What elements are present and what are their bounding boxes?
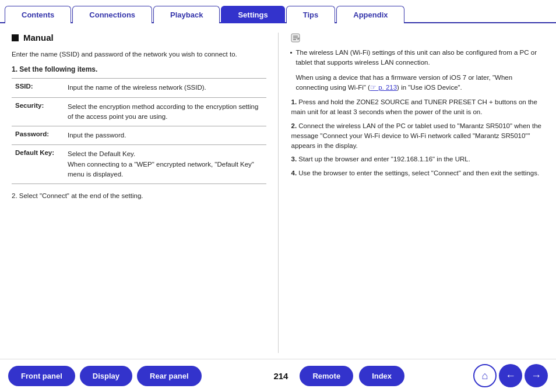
page-number: 214: [273, 371, 288, 381]
main-content: Manual Enter the name (SSID) and passwor…: [0, 23, 556, 359]
table-row: Security: Select the encryption method a…: [12, 97, 266, 126]
right-step-4-text: Use the browser to enter the settings, s…: [298, 169, 539, 176]
section-title: Manual: [12, 33, 266, 43]
home-icon: ⌂: [482, 370, 488, 382]
tab-playback[interactable]: Playback: [153, 6, 220, 23]
forward-icon: →: [531, 370, 541, 382]
tab-appendix[interactable]: Appendix: [336, 6, 404, 23]
remote-button[interactable]: Remote: [300, 366, 353, 386]
back-button[interactable]: ←: [499, 364, 522, 387]
right-sub-text: When using a device that has a firmware …: [290, 73, 545, 93]
intro-text: Enter the name (SSID) and password of th…: [12, 50, 266, 59]
table-key-ssid: SSID:: [12, 79, 64, 97]
tab-settings[interactable]: Settings: [221, 6, 284, 23]
right-column: The wireless LAN (Wi-Fi) settings of thi…: [279, 33, 545, 353]
black-square-icon: [12, 34, 19, 41]
bottom-center: 214 Remote Index: [268, 366, 404, 386]
front-panel-button[interactable]: Front panel: [8, 366, 75, 386]
bottom-bar: Front panel Display Rear panel 214 Remot…: [0, 359, 556, 392]
bottom-right-btns: ⌂ ← →: [471, 364, 548, 387]
defaultkey-line1: Select the Default Key.: [68, 150, 135, 157]
bottom-left-btns: Front panel Display Rear panel: [8, 366, 202, 386]
right-step-4: 4. Use the browser to enter the settings…: [290, 168, 545, 178]
table-val-ssid: Input the name of the wireless network (…: [64, 79, 266, 97]
table-row: Password: Input the password.: [12, 126, 266, 145]
back-icon: ←: [505, 370, 516, 382]
table-val-defaultkey: Select the Default Key. When connecting …: [64, 145, 266, 184]
tab-contents[interactable]: Contents: [5, 6, 71, 23]
forward-button[interactable]: →: [525, 364, 548, 387]
step1-label: 1. Set the following items.: [12, 65, 266, 73]
settings-table: SSID: Input the name of the wireless net…: [12, 78, 266, 184]
table-key-defaultkey: Default Key:: [12, 145, 64, 184]
defaultkey-line2: When connecting to a "WEP" encrypted net…: [68, 161, 254, 178]
tab-tips[interactable]: Tips: [286, 6, 336, 23]
right-step-1: 1. Press and hold the ZONE2 SOURCE and T…: [290, 97, 545, 118]
table-val-security: Select the encryption method according t…: [64, 97, 266, 126]
table-row: Default Key: Select the Default Key. Whe…: [12, 145, 266, 184]
note-icon: [290, 33, 301, 43]
right-steps: 1. Press and hold the ZONE2 SOURCE and T…: [290, 97, 545, 178]
right-bullet-item: The wireless LAN (Wi-Fi) settings of thi…: [290, 48, 545, 68]
left-column: Manual Enter the name (SSID) and passwor…: [12, 33, 279, 353]
right-step-2-text: Connect the wireless LAN of the PC or ta…: [291, 122, 541, 150]
index-button[interactable]: Index: [359, 366, 404, 386]
right-step-2: 2. Connect the wireless LAN of the PC or…: [290, 121, 545, 151]
link-ref[interactable]: ☞ p. 213: [370, 84, 397, 91]
table-key-password: Password:: [12, 126, 64, 145]
right-step-3-text: Start up the browser and enter "192.168.…: [298, 156, 470, 163]
table-row: SSID: Input the name of the wireless net…: [12, 79, 266, 97]
top-nav: Contents Connections Playback Settings T…: [0, 0, 556, 23]
home-button[interactable]: ⌂: [473, 364, 497, 387]
rear-panel-button[interactable]: Rear panel: [137, 366, 201, 386]
table-key-security: Security:: [12, 97, 64, 126]
display-button[interactable]: Display: [80, 366, 132, 386]
section-title-text: Manual: [23, 33, 54, 43]
right-step-3: 3. Start up the browser and enter "192.1…: [290, 154, 545, 164]
table-val-password: Input the password.: [64, 126, 266, 145]
step2-text: 2. Select "Connect" at the end of the se…: [12, 191, 266, 201]
right-step-1-text: Press and hold the ZONE2 SOURCE and TUNE…: [291, 98, 537, 115]
tab-connections[interactable]: Connections: [72, 6, 152, 23]
